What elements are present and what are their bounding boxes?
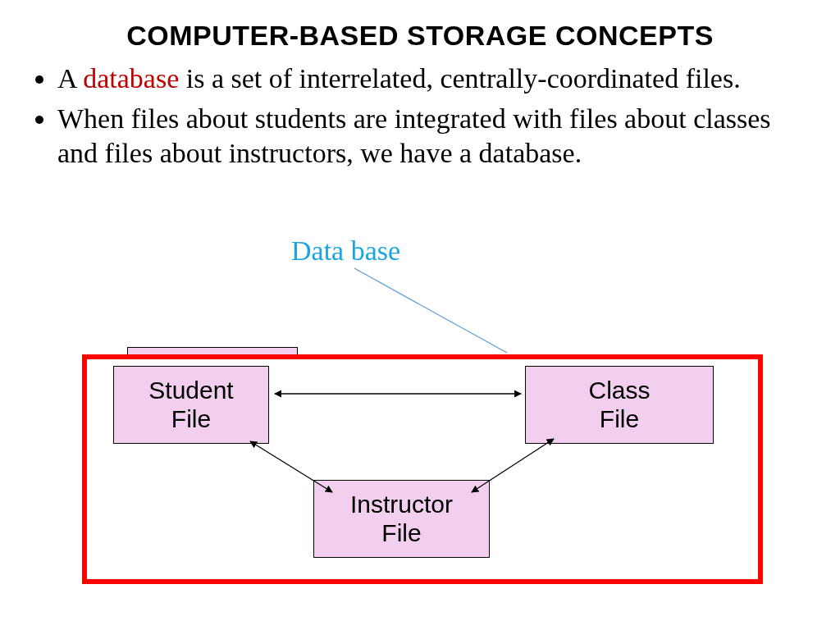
page-title: COMPUTER-BASED STORAGE CONCEPTS [0,0,840,52]
bullet-1: A database is a set of interrelated, cen… [57,62,807,97]
bullet-2: When files about students are integrated… [57,102,807,171]
bullet-1-emphasis: database [83,63,179,94]
class-file-box: Class File [525,366,714,444]
student-file-box: Student File [113,366,269,444]
bullet-1-pre: A [57,63,83,94]
instructor-file-box: Instructor File [313,480,490,558]
database-label: Data base [291,235,400,267]
bullet-1-post: is a set of interrelated, centrally-coor… [179,63,740,94]
bullet-list: A database is a set of interrelated, cen… [0,62,840,171]
svg-line-0 [354,268,507,353]
